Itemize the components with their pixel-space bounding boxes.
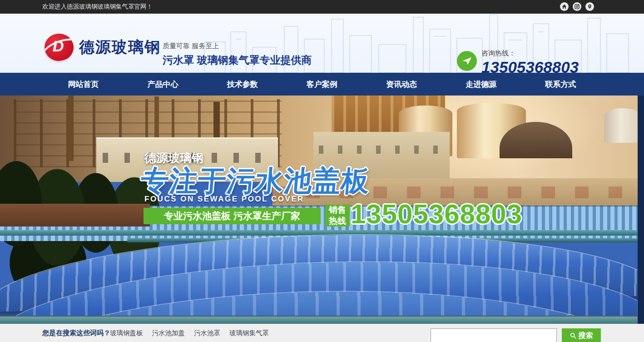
hero-tagline-badge: 专业污水池盖板 污水罩生产厂家 — [144, 208, 321, 224]
keyword-link-gas-collecting-hood[interactable]: 玻璃钢集气罩 — [229, 329, 269, 337]
search-button-label: 搜索 — [579, 331, 593, 341]
home-icon[interactable] — [560, 2, 569, 11]
nav-item-contact[interactable]: 联系方式 — [521, 73, 600, 96]
sales-hotline-label-2: 热线 — [325, 216, 350, 226]
keyword-link-pool-hood[interactable]: 污水池罩 — [194, 329, 220, 337]
hotline-number: 13505368803 — [481, 58, 579, 73]
header-slogan: 质量可靠 服务至上 污水罩 玻璃钢集气罩专业提供商 — [163, 42, 312, 67]
logo[interactable]: D 德源玻璃钢 — [45, 34, 161, 61]
topbar: 欢迎进入德源玻璃钢玻璃钢集气罩官网！ — [0, 0, 644, 14]
search-button[interactable]: 搜索 — [562, 328, 601, 342]
hero-banner: 德源玻璃钢 专注于污水池盖板 FOUCS ON SEWAGE POOL COVE… — [0, 96, 644, 324]
topbar-social-icons — [560, 2, 594, 11]
nav-item-news[interactable]: 资讯动态 — [362, 73, 441, 96]
nav-item-about[interactable]: 走进德源 — [441, 73, 521, 96]
logo-text: 德源玻璃钢 — [79, 37, 161, 58]
search-input[interactable] — [431, 328, 557, 342]
hero-subheadline-en: FOUCS ON SEWAGE POOL COVER — [144, 195, 304, 204]
slogan-big: 污水罩 玻璃钢集气罩专业提供商 — [163, 53, 312, 67]
nav-item-products[interactable]: 产品中心 — [123, 73, 203, 96]
keyword-link-pool-capping[interactable]: 污水池加盖 — [152, 329, 185, 337]
logo-mark-icon: D — [45, 34, 74, 61]
nav-item-cases[interactable]: 客户案例 — [282, 73, 362, 96]
hot-keywords: 玻璃钢盖板 污水池加盖 污水池罩 玻璃钢集气罩 — [110, 324, 276, 342]
hotline-label: 咨询热线： — [481, 49, 579, 58]
instagram-icon[interactable] — [573, 2, 581, 11]
sales-hotline-label-1: 销售 — [325, 205, 350, 216]
sales-hotline-number: 13505368803 — [351, 198, 522, 230]
sales-hotline-badge: 销售 热线 — [325, 205, 350, 226]
site-header: D 德源玻璃钢 质量可靠 服务至上 污水罩 玻璃钢集气罩专业提供商 咨询热线： … — [0, 14, 644, 73]
page: 欢迎进入德源玻璃钢玻璃钢集气罩官网！ — [0, 0, 644, 342]
main-nav: 网站首页 产品中心 技术参数 客户案例 资讯动态 走进德源 联系方式 — [0, 73, 644, 96]
search-bar: 您是在搜索这些词吗？ 玻璃钢盖板 污水池加盖 污水池罩 玻璃钢集气罩 搜索 — [0, 324, 644, 342]
location-icon[interactable] — [585, 2, 594, 11]
slogan-small: 质量可靠 服务至上 — [163, 42, 312, 50]
keyword-link-fiberglass-cover[interactable]: 玻璃钢盖板 — [110, 329, 143, 337]
nav-item-specs[interactable]: 技术参数 — [203, 73, 282, 96]
welcome-text: 欢迎进入德源玻璃钢玻璃钢集气罩官网！ — [42, 0, 153, 14]
paper-plane-icon — [457, 51, 477, 71]
nav-item-home[interactable]: 网站首页 — [44, 73, 123, 96]
search-icon — [570, 332, 576, 339]
search-prompt: 您是在搜索这些词吗？ — [42, 324, 110, 342]
header-hotline: 咨询热线： 13505368803 — [457, 49, 579, 73]
